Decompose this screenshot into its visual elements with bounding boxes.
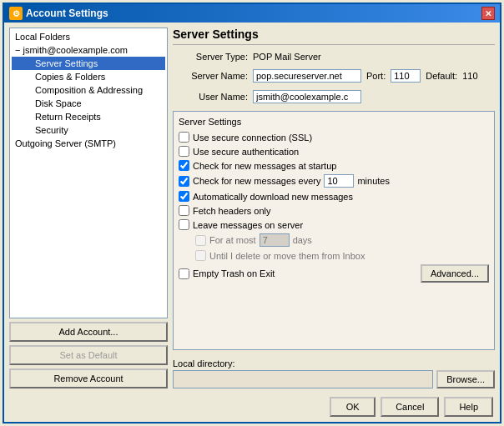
tree-item-outgoing-server[interactable]: Outgoing Server (SMTP) bbox=[12, 137, 165, 150]
left-buttons: Add Account... Set as Default Remove Acc… bbox=[9, 322, 168, 388]
dialog-footer: OK Cancel Help bbox=[4, 393, 500, 422]
title-bar-left: ⚙ Account Settings bbox=[9, 7, 108, 20]
local-dir-row: Browse... bbox=[173, 370, 495, 388]
right-panel: Server Settings Server Type: POP Mail Se… bbox=[173, 28, 495, 388]
server-settings-group: Server Settings Use secure connection (S… bbox=[173, 111, 495, 350]
dialog-body: Local Folders− jsmith@coolexample.comSer… bbox=[4, 23, 500, 393]
check-every-input[interactable] bbox=[324, 174, 354, 188]
group-title: Server Settings bbox=[179, 117, 489, 127]
default-label: Default: bbox=[426, 71, 457, 81]
ssl-row: Use secure connection (SSL) bbox=[179, 132, 489, 143]
local-dir-label: Local directory: bbox=[173, 358, 495, 368]
panel-title: Server Settings bbox=[173, 28, 495, 45]
title-bar: ⚙ Account Settings ✕ bbox=[4, 4, 500, 23]
until-delete-label: Until I delete or move them from Inbox bbox=[209, 251, 365, 261]
dialog-title: Account Settings bbox=[26, 8, 108, 19]
for-at-most-label: For at most bbox=[209, 235, 256, 245]
auto-download-checkbox[interactable] bbox=[179, 191, 189, 202]
default-value: 110 bbox=[462, 71, 477, 81]
check-startup-label: Check for new messages at startup bbox=[193, 161, 336, 171]
tree-item-security[interactable]: Security bbox=[12, 123, 165, 137]
tree-item-return-receipts[interactable]: Return Receipts bbox=[12, 110, 165, 123]
local-dir-section: Local directory: Browse... bbox=[173, 358, 495, 388]
browse-button[interactable]: Browse... bbox=[436, 370, 495, 388]
server-name-row: Server Name: Port: Default: 110 bbox=[173, 69, 495, 83]
auth-checkbox[interactable] bbox=[179, 146, 189, 157]
server-name-label: Server Name: bbox=[173, 71, 248, 81]
close-button[interactable]: ✕ bbox=[481, 7, 495, 20]
set-default-button[interactable]: Set as Default bbox=[9, 345, 168, 365]
for-at-most-checkbox[interactable] bbox=[195, 235, 206, 246]
tree-box: Local Folders− jsmith@coolexample.comSer… bbox=[9, 28, 168, 318]
tree-item-server-settings[interactable]: Server Settings bbox=[12, 57, 165, 70]
auto-download-row: Automatically download new messages bbox=[179, 191, 489, 202]
until-delete-checkbox[interactable] bbox=[195, 250, 206, 261]
dialog-icon: ⚙ bbox=[9, 7, 23, 20]
fetch-headers-label: Fetch headers only bbox=[193, 206, 271, 216]
auto-download-label: Automatically download new messages bbox=[193, 192, 353, 202]
cancel-button[interactable]: Cancel bbox=[381, 397, 439, 417]
account-settings-dialog: ⚙ Account Settings ✕ Local Folders− jsmi… bbox=[3, 3, 501, 423]
empty-trash-row: Empty Trash on Exit Advanced... bbox=[179, 264, 489, 283]
auth-label: Use secure authentication bbox=[193, 147, 299, 157]
check-startup-checkbox[interactable] bbox=[179, 160, 189, 171]
server-name-input[interactable] bbox=[253, 69, 361, 83]
tree-item-account-email[interactable]: − jsmith@coolexample.com bbox=[12, 43, 165, 57]
tree-item-copies-folders[interactable]: Copies & Folders bbox=[12, 70, 165, 83]
check-every-checkbox[interactable] bbox=[179, 176, 189, 187]
tree-item-local-folders[interactable]: Local Folders bbox=[12, 30, 165, 43]
user-name-label: User Name: bbox=[173, 92, 248, 102]
local-dir-input[interactable] bbox=[173, 370, 433, 388]
leave-messages-checkbox[interactable] bbox=[179, 219, 189, 230]
auth-row: Use secure authentication bbox=[179, 146, 489, 157]
until-delete-row: Until I delete or move them from Inbox bbox=[179, 250, 489, 261]
port-label: Port: bbox=[366, 71, 386, 81]
add-account-button[interactable]: Add Account... bbox=[9, 322, 168, 342]
empty-trash-checkbox[interactable] bbox=[179, 268, 189, 279]
minutes-label: minutes bbox=[357, 176, 390, 186]
server-type-row: Server Type: POP Mail Server bbox=[173, 52, 495, 62]
ssl-label: Use secure connection (SSL) bbox=[193, 133, 312, 143]
ok-button[interactable]: OK bbox=[330, 397, 375, 417]
check-every-row: Check for new messages every minutes bbox=[179, 174, 489, 188]
help-button[interactable]: Help bbox=[444, 397, 493, 417]
remove-account-button[interactable]: Remove Account bbox=[9, 368, 168, 388]
user-name-input[interactable] bbox=[253, 90, 361, 103]
fetch-headers-row: Fetch headers only bbox=[179, 205, 489, 216]
ssl-checkbox[interactable] bbox=[179, 132, 189, 143]
for-at-most-row: For at most days bbox=[179, 233, 489, 247]
for-at-most-input[interactable] bbox=[260, 233, 290, 247]
fetch-headers-checkbox[interactable] bbox=[179, 205, 189, 216]
left-panel: Local Folders− jsmith@coolexample.comSer… bbox=[9, 28, 168, 388]
leave-messages-row: Leave messages on server bbox=[179, 219, 489, 230]
user-name-row: User Name: bbox=[173, 90, 495, 103]
advanced-button[interactable]: Advanced... bbox=[421, 264, 489, 283]
leave-messages-label: Leave messages on server bbox=[193, 220, 303, 230]
server-type-label: Server Type: bbox=[173, 52, 248, 62]
tree-item-composition-addressing[interactable]: Composition & Addressing bbox=[12, 83, 165, 97]
server-type-value: POP Mail Server bbox=[253, 52, 321, 62]
check-startup-row: Check for new messages at startup bbox=[179, 160, 489, 171]
check-every-label: Check for new messages every bbox=[193, 176, 320, 186]
tree-item-disk-space[interactable]: Disk Space bbox=[12, 97, 165, 110]
days-label: days bbox=[293, 235, 312, 245]
port-input[interactable] bbox=[391, 69, 421, 83]
empty-trash-label: Empty Trash on Exit bbox=[193, 268, 275, 278]
